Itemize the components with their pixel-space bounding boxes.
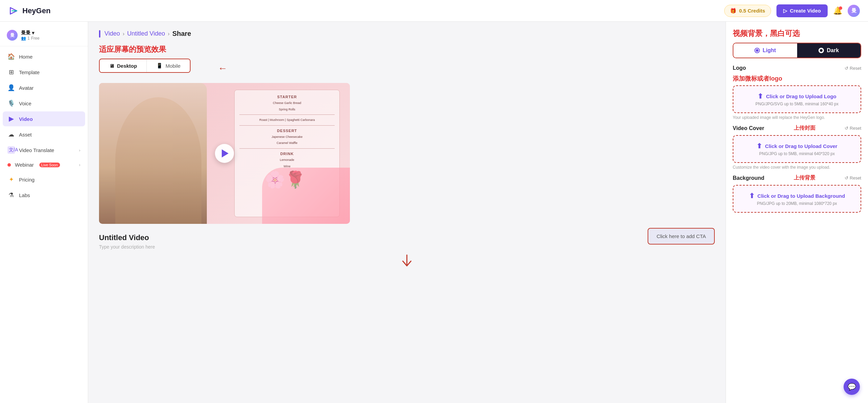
pricing-icon: ✦ [7,176,15,183]
annotation-logo: 添加微标或者logo [733,75,861,83]
sidebar-item-label: Labs [19,192,30,198]
gift-icon: 🎁 [730,8,736,14]
theme-dark-option[interactable]: Dark [797,43,861,58]
sidebar: 曼 曼曼 ▾ 👥 1 Free 🏠 Home ⊞ Template [0,22,88,403]
arrow-down-icon [400,254,414,267]
chevron-right-icon: › [79,162,80,167]
theme-light-option[interactable]: Light [733,43,797,58]
sidebar-item-label: Video [19,116,33,122]
video-info-row: Untitled Video Type your description her… [99,228,715,250]
chat-bubble-button[interactable]: 💬 [844,379,860,395]
sidebar-item-label: Asset [19,132,32,137]
sidebar-user: 曼 曼曼 ▾ 👥 1 Free [0,27,88,46]
main-content: Video › Untitled Video › Share 适应屏幕的预览效果… [88,22,726,403]
video-preview: STARTER Cheese Garlic Bread Spring Rolls… [99,83,350,224]
logo-upload-box[interactable]: ⬆ Click or Drag to Upload Logo PNG/JPG/S… [733,85,861,113]
sidebar-item-template[interactable]: ⊞ Template [3,65,85,80]
sidebar-user-name: 曼曼 ▾ [21,30,39,36]
user-avatar[interactable]: 曼 [848,5,860,17]
breadcrumb-video[interactable]: Video [104,30,120,37]
theme-light-radio [754,48,760,53]
logo-section-title: Logo [733,65,746,71]
video-cover-section-header: Video Cover 上传封面 ↺ Reset [733,125,861,132]
create-video-label: Create Video [790,8,821,14]
bg-upload-box[interactable]: ⬆ Click or Drag to Upload Background PNG… [733,185,861,213]
live-badge: Live Soon [39,163,60,167]
logo-area: HeyGen [8,5,51,16]
logo-note: Your uploaded image will replace the Hey… [733,115,861,120]
sidebar-item-asset[interactable]: ☁ Asset [3,127,85,142]
labs-icon: ⚗ [7,191,15,199]
sidebar-item-video[interactable]: ▶ Video [3,111,85,126]
breadcrumb-untitled[interactable]: Untitled Video [127,30,165,37]
sidebar-nav: 🏠 Home ⊞ Template 👤 Avatar 🎙️ Voice ▶ Vi… [0,49,88,203]
theme-dark-radio [818,48,824,53]
right-panel: 视频背景，黑白可选 Light Dark Logo ↺ Reset 添加微标或者… [726,22,868,403]
topbar-right: 🎁 0.5 Credits ▷ Create Video 🔔 曼 [724,4,860,17]
sidebar-item-pricing[interactable]: ✦ Pricing [3,172,85,187]
sidebar-item-home[interactable]: 🏠 Home [3,49,85,64]
sidebar-user-avatar: 曼 [7,30,18,41]
sidebar-item-voice[interactable]: 🎙️ Voice [3,96,85,111]
sidebar-user-plan: 👥 1 Free [21,36,39,41]
asset-icon: ☁ [7,131,15,138]
create-video-button[interactable]: ▷ Create Video [776,4,828,17]
sidebar-item-labs[interactable]: ⚗ Labs [3,188,85,203]
bg-reset-button[interactable]: ↺ Reset [845,175,861,181]
cta-button[interactable]: Click here to add CTA [648,228,715,245]
sidebar-item-video-translate[interactable]: 文/A Video Translate › [3,143,85,157]
arrow-pointing-left: ← [218,63,227,74]
chevron-right-icon: › [79,148,80,153]
background-section-header: Background 上传背景 ↺ Reset [733,174,861,182]
logo-text: HeyGen [22,6,51,15]
bg-upload-hint: PNG/JPG up to 20MB, minimal 1080*720 px [739,201,854,206]
arrow-down [99,254,715,267]
video-info: Untitled Video Type your description her… [99,233,641,250]
sidebar-item-avatar[interactable]: 👤 Avatar [3,80,85,95]
play-button[interactable] [215,144,234,163]
topbar: HeyGen 🎁 0.5 Credits ▷ Create Video 🔔 曼 [0,0,868,22]
notification-button[interactable]: 🔔 [833,6,842,15]
annotation-cover: 上传封面 [794,125,815,132]
sidebar-item-label: Webinar [15,162,34,168]
breadcrumb-current: Share [172,30,191,38]
mobile-icon: 📱 [156,63,163,69]
desktop-tab[interactable]: 🖥 Desktop [100,60,147,72]
credits-label: 0.5 Credits [739,8,765,14]
create-video-icon: ▷ [783,8,787,14]
cover-upload-box[interactable]: ⬆ Click or Drag to Upload Cover PNG/JPG … [733,135,861,163]
translate-icon: 文/A [7,146,15,154]
cover-upload-label: ⬆ Click or Drag to Upload Cover [739,142,854,150]
video-cover-section-title: Video Cover [733,125,764,131]
template-icon: ⊞ [7,68,15,76]
preview-controls: 🖥 Desktop 📱 Mobile [99,59,191,73]
background-section-title: Background [733,175,764,181]
sidebar-item-label: Avatar [19,85,34,91]
annotation-bg: 上传背景 [794,174,815,182]
roses-decoration: 🌸🌹 [262,168,350,224]
cover-upload-hint: PNG/JPG up to 5MB, minimal 640*320 px [739,151,854,156]
notification-dot [839,6,842,10]
logo-reset-button[interactable]: ↺ Reset [845,66,861,71]
theme-dark-label: Dark [827,47,839,54]
desktop-icon: 🖥 [109,63,114,69]
sidebar-item-label: Video Translate [19,147,54,153]
annotation-theme: 视频背景，黑白可选 [733,28,861,39]
bg-upload-label: ⬆ Click or Drag to Upload Background [739,192,854,200]
mobile-tab[interactable]: 📱 Mobile [147,59,190,72]
sidebar-item-webinar[interactable]: Webinar Live Soon › [3,158,85,171]
breadcrumb-sep2: › [168,31,170,37]
play-triangle-icon [222,149,229,157]
chat-icon: 💬 [848,383,856,391]
sidebar-item-label: Template [19,69,40,75]
video-description: Type your description here [99,244,641,250]
heygen-logo-icon [8,5,19,16]
sidebar-item-label: Home [19,54,33,60]
voice-icon: 🎙️ [7,100,15,107]
main-layout: 曼 曼曼 ▾ 👥 1 Free 🏠 Home ⊞ Template [0,22,868,403]
upload-bg-icon: ⬆ [749,192,755,200]
cover-reset-button[interactable]: ↺ Reset [845,126,861,131]
video-title: Untitled Video [99,233,641,242]
credits-button[interactable]: 🎁 0.5 Credits [724,5,771,17]
upload-logo-icon: ⬆ [757,92,763,100]
